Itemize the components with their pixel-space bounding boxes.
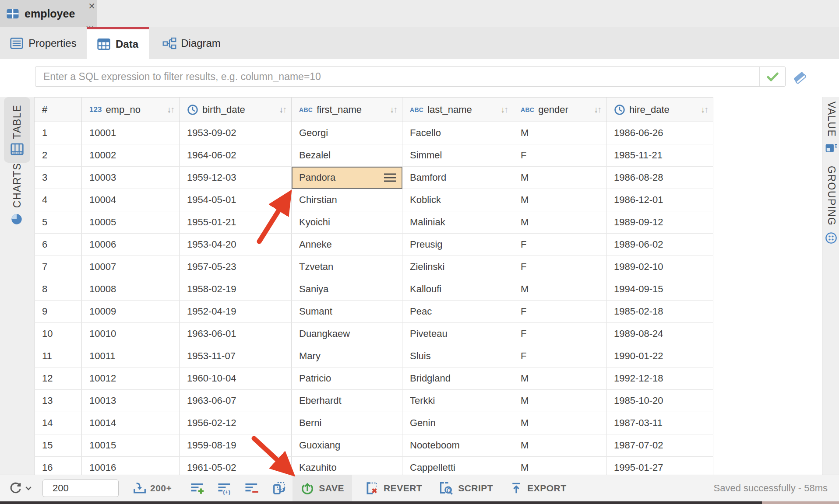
duplicate-row-icon[interactable]: (+) (217, 482, 232, 495)
column-header-gender[interactable]: ABCgender↓↑ (513, 98, 606, 122)
data-cell[interactable]: 1960-10-04 (180, 368, 292, 390)
data-cell[interactable]: Sumant (292, 301, 402, 323)
panel-tab-value[interactable]: VALUE (823, 102, 839, 154)
column-header-birth_date[interactable]: birth_date↓↑ (180, 98, 292, 122)
save-button[interactable]: SAVE (293, 475, 352, 501)
panel-tab-grouping[interactable]: GROUPING (823, 166, 839, 244)
data-cell[interactable]: 10009 (82, 301, 180, 323)
data-cell[interactable]: Koblick (402, 189, 513, 211)
sort-toggle-icon[interactable]: ↓↑ (594, 105, 602, 115)
data-cell[interactable]: Georgi (292, 122, 402, 144)
editor-tab-employee[interactable]: employee ✕ … (0, 0, 97, 27)
data-cell[interactable]: 10002 (82, 144, 180, 167)
data-cell[interactable]: M (513, 368, 606, 390)
data-cell[interactable]: 1985-11-21 (606, 144, 713, 167)
data-cell[interactable]: Anneke (292, 234, 402, 256)
data-cell[interactable]: 1990-01-22 (606, 345, 713, 368)
data-cell[interactable]: Guoxiang (292, 434, 402, 457)
selected-data-cell[interactable]: Pandora (292, 167, 402, 189)
data-cell[interactable]: 10004 (82, 189, 180, 211)
data-cell[interactable]: 1986-12-01 (606, 189, 713, 211)
cell-menu-icon[interactable] (384, 174, 396, 182)
data-cell[interactable]: M (513, 189, 606, 211)
data-cell[interactable]: Patricio (292, 368, 402, 390)
data-cell[interactable]: Duangkaew (292, 323, 402, 345)
data-cell[interactable]: 10013 (82, 390, 180, 412)
data-cell[interactable]: 1985-10-20 (606, 390, 713, 412)
data-cell[interactable]: Bridgland (402, 368, 513, 390)
data-cell[interactable]: 1963-06-07 (180, 390, 292, 412)
data-cell[interactable]: Facello (402, 122, 513, 144)
data-cell[interactable]: 10008 (82, 278, 180, 301)
export-button[interactable]: EXPORT (510, 482, 566, 495)
data-cell[interactable]: M (513, 390, 606, 412)
data-cell[interactable]: F (513, 345, 606, 368)
data-cell[interactable]: 1985-02-18 (606, 301, 713, 323)
delete-row-icon[interactable] (244, 482, 259, 495)
data-cell[interactable]: Sluis (402, 345, 513, 368)
data-cell[interactable]: 1953-11-07 (180, 345, 292, 368)
data-cell[interactable]: M (513, 211, 606, 234)
refresh-chevron-icon[interactable] (25, 486, 32, 491)
data-cell[interactable]: 1953-04-20 (180, 234, 292, 256)
revert-button[interactable]: REVERT (365, 481, 422, 495)
data-cell[interactable]: 1994-09-15 (606, 278, 713, 301)
tab-overflow-icon[interactable]: … (85, 22, 95, 26)
data-cell[interactable]: Tzvetan (292, 256, 402, 278)
data-cell[interactable]: 1957-05-23 (180, 256, 292, 278)
data-cell[interactable]: 1964-06-02 (180, 144, 292, 167)
data-cell[interactable]: 10011 (82, 345, 180, 368)
data-cell[interactable]: Simmel (402, 144, 513, 167)
add-row-icon[interactable] (190, 482, 205, 495)
column-header-last_name[interactable]: ABClast_name↓↑ (402, 98, 513, 122)
data-cell[interactable]: M (513, 122, 606, 144)
script-button[interactable]: Q SCRIPT (439, 481, 493, 495)
filter-input[interactable] (35, 71, 759, 83)
data-cell[interactable]: Piveteau (402, 323, 513, 345)
data-cell[interactable]: Bezalel (292, 144, 402, 167)
data-cell[interactable]: F (513, 301, 606, 323)
data-cell[interactable]: 1989-02-10 (606, 256, 713, 278)
data-cell[interactable]: Kyoichi (292, 211, 402, 234)
fetch-more-label[interactable]: 200+ (150, 483, 172, 494)
fetch-more-icon[interactable] (133, 482, 147, 495)
data-cell[interactable]: 10005 (82, 211, 180, 234)
data-cell[interactable]: F (513, 234, 606, 256)
data-cell[interactable]: M (513, 434, 606, 457)
data-cell[interactable]: 1989-08-24 (606, 323, 713, 345)
column-header-emp_no[interactable]: 123emp_no↓↑ (82, 98, 180, 122)
sort-toggle-icon[interactable]: ↓↑ (501, 105, 508, 115)
data-cell[interactable]: 1963-06-01 (180, 323, 292, 345)
sort-toggle-icon[interactable]: ↓↑ (701, 105, 709, 115)
data-cell[interactable]: Maliniak (402, 211, 513, 234)
data-cell[interactable]: 1987-07-02 (606, 434, 713, 457)
data-cell[interactable]: Berni (292, 412, 402, 434)
panel-tab-charts[interactable]: CHARTS (4, 163, 30, 225)
data-cell[interactable]: 10010 (82, 323, 180, 345)
data-cell[interactable]: M (513, 278, 606, 301)
data-cell[interactable]: 10007 (82, 256, 180, 278)
data-cell[interactable]: 1958-02-19 (180, 278, 292, 301)
column-header-hire_date[interactable]: hire_date↓↑ (606, 98, 713, 122)
tab-properties[interactable]: Properties (0, 27, 87, 59)
data-cell[interactable]: M (513, 412, 606, 434)
data-cell[interactable]: M (513, 167, 606, 189)
data-cell[interactable]: F (513, 144, 606, 167)
generate-rows-icon[interactable] (272, 482, 286, 495)
data-cell[interactable]: F (513, 256, 606, 278)
data-cell[interactable]: F (513, 323, 606, 345)
data-cell[interactable]: 10003 (82, 167, 180, 189)
data-cell[interactable]: Eberhardt (292, 390, 402, 412)
panel-tab-table[interactable]: TABLE (4, 97, 30, 163)
data-cell[interactable]: Chirstian (292, 189, 402, 211)
clear-filter-icon[interactable] (791, 69, 808, 86)
data-cell[interactable]: 1986-06-26 (606, 122, 713, 144)
data-cell[interactable]: 10015 (82, 434, 180, 457)
data-cell[interactable]: 1952-04-19 (180, 301, 292, 323)
data-cell[interactable]: Kalloufi (402, 278, 513, 301)
data-cell[interactable]: 10001 (82, 122, 180, 144)
close-tab-icon[interactable]: ✕ (88, 1, 95, 11)
data-cell[interactable]: 1989-06-02 (606, 234, 713, 256)
data-cell[interactable]: 1953-09-02 (180, 122, 292, 144)
data-cell[interactable]: 1987-03-11 (606, 412, 713, 434)
